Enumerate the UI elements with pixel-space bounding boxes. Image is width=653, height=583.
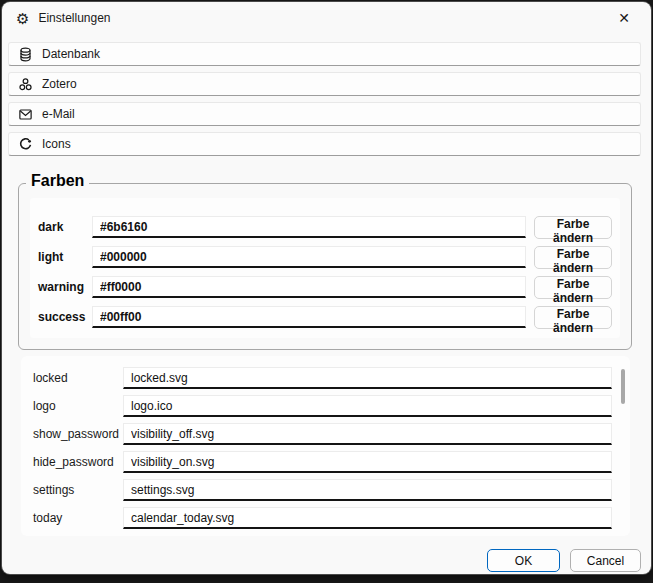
window-title: Einstellungen	[38, 11, 110, 25]
section-label: Zotero	[42, 77, 77, 91]
icon-input-hide-password[interactable]	[123, 451, 612, 473]
color-row-light: light Farbe ändern	[36, 246, 612, 268]
gear-icon: ⚙	[16, 11, 29, 26]
farben-panel: dark Farbe ändern light Farbe ändern war…	[30, 198, 620, 338]
title-bar[interactable]: ⚙ Einstellungen ✕	[2, 2, 651, 34]
color-row-success: success Farbe ändern	[36, 306, 612, 328]
icon-row-locked: locked	[33, 367, 612, 389]
change-color-button-warning[interactable]: Farbe ändern	[534, 276, 612, 299]
icon-row-hide-password: hide_password	[33, 451, 612, 473]
sync-icon	[18, 137, 33, 152]
color-label: dark	[36, 220, 92, 234]
database-icon	[18, 47, 33, 62]
color-input-warning[interactable]	[92, 276, 526, 298]
vertical-scrollbar-thumb[interactable]	[621, 369, 625, 404]
section-header-zotero[interactable]: Zotero	[8, 72, 641, 96]
settings-dialog: ⚙ Einstellungen ✕ Datenbank Zotero	[2, 2, 651, 574]
icon-row-settings: settings	[33, 479, 612, 501]
color-input-dark[interactable]	[92, 216, 526, 238]
icon-input-logo[interactable]	[123, 395, 612, 417]
color-label: success	[36, 310, 92, 324]
mail-icon	[18, 107, 33, 122]
icon-row-label: logo	[33, 399, 123, 413]
icon-row-label: show_password	[33, 427, 123, 441]
icon-row-logo: logo	[33, 395, 612, 417]
close-icon: ✕	[618, 10, 630, 26]
color-label: warning	[36, 280, 92, 294]
farben-groupbox: Farben dark Farbe ändern light Farbe änd…	[18, 183, 632, 350]
section-label: e-Mail	[42, 107, 75, 121]
cancel-button[interactable]: Cancel	[570, 549, 641, 572]
section-header-icons[interactable]: Icons	[8, 132, 641, 156]
icon-row-label: locked	[33, 371, 123, 385]
color-row-dark: dark Farbe ändern	[36, 216, 612, 238]
icon-input-settings[interactable]	[123, 479, 612, 501]
zotero-icon	[18, 77, 33, 92]
section-label: Datenbank	[42, 47, 100, 61]
section-label: Icons	[42, 137, 71, 151]
change-color-button-light[interactable]: Farbe ändern	[534, 246, 612, 269]
ok-button[interactable]: OK	[487, 549, 560, 572]
change-color-button-dark[interactable]: Farbe ändern	[534, 216, 612, 239]
icon-row-today: today	[33, 507, 612, 529]
close-button[interactable]: ✕	[601, 2, 647, 33]
farben-legend: Farben	[26, 172, 89, 190]
color-label: light	[36, 250, 92, 264]
change-color-button-success[interactable]: Farbe ändern	[534, 306, 612, 329]
color-input-success[interactable]	[92, 306, 526, 328]
icon-input-show-password[interactable]	[123, 423, 612, 445]
section-header-datenbank[interactable]: Datenbank	[8, 42, 641, 66]
icon-row-label: hide_password	[33, 455, 123, 469]
icon-row-show-password: show_password	[33, 423, 612, 445]
icon-row-label: settings	[33, 483, 123, 497]
icon-input-today[interactable]	[123, 507, 612, 529]
color-input-light[interactable]	[92, 246, 526, 268]
icon-input-locked[interactable]	[123, 367, 612, 389]
icon-files-panel: locked logo show_password hide_password …	[21, 356, 630, 536]
color-row-warning: warning Farbe ändern	[36, 276, 612, 298]
icon-row-label: today	[33, 511, 123, 525]
section-list: Datenbank Zotero e-Mail Icons	[8, 42, 641, 162]
section-header-email[interactable]: e-Mail	[8, 102, 641, 126]
